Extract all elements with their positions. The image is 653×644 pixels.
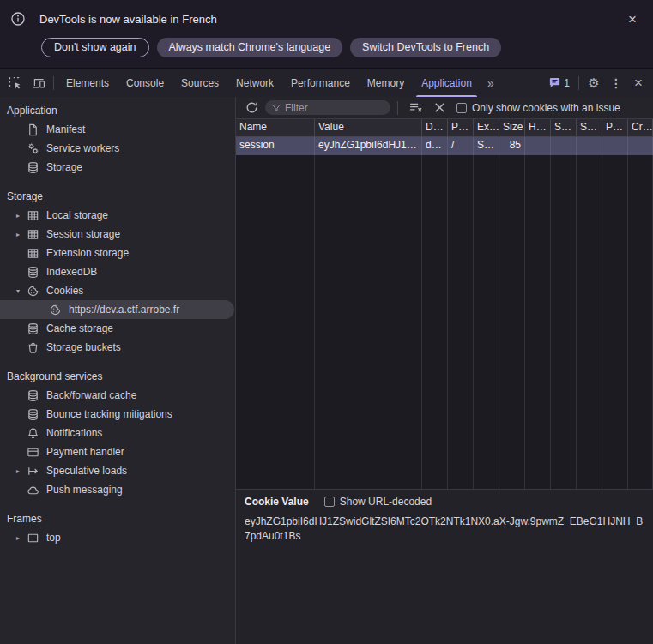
- cookie-icon: [26, 284, 39, 298]
- cell-6: [525, 137, 551, 155]
- grid-column: [236, 155, 315, 489]
- column-header-0[interactable]: Name: [236, 119, 315, 136]
- sidebar-item-bounce-tracking-mitigations[interactable]: Bounce tracking mitigations: [0, 405, 235, 424]
- url-decoded-checkbox[interactable]: [324, 497, 335, 507]
- inspect-element-icon[interactable]: [3, 72, 26, 94]
- sidebar-item-speculative-loads[interactable]: ▸Speculative loads: [0, 461, 235, 480]
- devtools-tabbar: ElementsConsoleSourcesNetworkPerformance…: [0, 69, 653, 97]
- tab-application[interactable]: Application: [413, 69, 481, 97]
- chevron-right-icon[interactable]: ▸: [12, 467, 24, 475]
- tab-memory[interactable]: Memory: [359, 69, 413, 97]
- table-row[interactable]: sessioneyJhZG1pbiI6dHJ1Z…d…/S…85: [236, 137, 653, 155]
- divider: [53, 76, 54, 90]
- clear-all-icon[interactable]: [405, 98, 426, 118]
- url-decoded-checkbox-row[interactable]: Show URL-decoded: [324, 496, 432, 508]
- column-header-2[interactable]: D…: [422, 119, 448, 136]
- chevron-right-icon[interactable]: ▸: [12, 231, 24, 238]
- table-icon: [26, 227, 39, 241]
- cell-2: d…: [422, 137, 448, 155]
- don-t-show-again-button[interactable]: Don't show again: [41, 38, 149, 57]
- cookie-icon: [48, 303, 62, 316]
- chevron-right-icon[interactable]: ▸: [12, 534, 24, 542]
- filter-input-wrap: [265, 100, 390, 115]
- cell-5: 85: [499, 137, 525, 155]
- column-header-1[interactable]: Value: [315, 119, 422, 136]
- settings-gear-icon[interactable]: ⚙: [583, 72, 605, 94]
- sidebar-item-label: https://dev.a.ctf.arrobe.fr: [69, 304, 179, 316]
- delete-selected-icon[interactable]: [429, 98, 450, 118]
- sidebar-item-label: Payment handler: [46, 446, 124, 458]
- gears-icon: [26, 141, 39, 155]
- sidebar-item-notifications[interactable]: Notifications: [0, 424, 235, 442]
- sidebar-item-indexeddb[interactable]: IndexedDB: [0, 262, 235, 281]
- column-header-4[interactable]: Ex…: [474, 119, 499, 136]
- sidebar-item-push-messaging[interactable]: Push messaging: [0, 480, 235, 499]
- sidebar-item-storage-buckets[interactable]: Storage buckets: [0, 338, 235, 357]
- sidebar-item-storage[interactable]: Storage: [0, 158, 235, 177]
- sidebar-item-cache-storage[interactable]: Cache storage: [0, 319, 235, 338]
- always-match-chrome-s-language-button[interactable]: Always match Chrome's language: [157, 38, 343, 57]
- column-header-10[interactable]: Cr…: [628, 119, 653, 136]
- french-notification-banner: DevTools is now available in French × Do…: [0, 0, 653, 69]
- issues-count: 1: [564, 77, 570, 89]
- sidebar-item-cookies[interactable]: ▾Cookies: [0, 281, 235, 300]
- table-icon: [26, 208, 39, 222]
- column-header-8[interactable]: S…: [577, 119, 602, 136]
- more-tabs-icon[interactable]: »: [481, 76, 501, 90]
- only-issues-checkbox-row[interactable]: Only show cookies with an issue: [456, 102, 620, 114]
- sidebar-item-top[interactable]: ▸top: [0, 528, 235, 547]
- cell-3: /: [448, 137, 474, 155]
- divider: [578, 76, 579, 90]
- grid-column: [525, 155, 551, 489]
- kebab-menu-icon[interactable]: ⋮: [605, 72, 627, 94]
- banner-close-icon[interactable]: ×: [622, 9, 643, 29]
- cookie-table-header: NameValueD…P…Ex…SizeH…S…S…P…Cr…: [236, 119, 653, 137]
- sidebar-item-label: Cache storage: [46, 322, 113, 334]
- tab-sources[interactable]: Sources: [172, 69, 227, 97]
- table-icon: [26, 246, 39, 260]
- tab-network[interactable]: Network: [227, 69, 282, 97]
- sidebar-item-extension-storage[interactable]: Extension storage: [0, 244, 235, 262]
- grid-column: [577, 155, 602, 489]
- sidebar-item-label: Push messaging: [46, 484, 123, 496]
- column-header-5[interactable]: Size: [499, 119, 525, 136]
- sidebar-item-service-workers[interactable]: Service workers: [0, 139, 235, 158]
- funnel-icon: [272, 104, 281, 112]
- device-toolbar-icon[interactable]: [27, 72, 50, 94]
- column-header-3[interactable]: P…: [448, 119, 474, 136]
- grid-column: [602, 155, 628, 489]
- sidebar-item-label: Extension storage: [46, 247, 129, 259]
- cookie-table-grid: [236, 155, 653, 489]
- sidebar-item-session-storage[interactable]: ▸Session storage: [0, 225, 235, 244]
- refresh-icon[interactable]: [241, 98, 262, 118]
- cookie-table-rows: sessioneyJhZG1pbiI6dHJ1Z…d…/S…85: [236, 137, 653, 155]
- sidebar-item-local-storage[interactable]: ▸Local storage: [0, 206, 235, 225]
- issues-button[interactable]: 1: [543, 76, 575, 89]
- info-icon: [10, 11, 26, 27]
- only-issues-checkbox[interactable]: [456, 103, 467, 113]
- cell-9: [602, 137, 628, 155]
- column-header-9[interactable]: P…: [602, 119, 628, 136]
- sidebar-item-manifest[interactable]: Manifest: [0, 120, 235, 139]
- column-header-6[interactable]: H…: [525, 119, 551, 136]
- devtools-close-icon[interactable]: ×: [627, 72, 650, 94]
- cell-0: session: [236, 137, 315, 155]
- chevron-down-icon[interactable]: ▾: [12, 287, 24, 295]
- tab-console[interactable]: Console: [118, 69, 172, 97]
- chevron-right-icon[interactable]: ▸: [12, 212, 24, 220]
- database-icon: [26, 322, 39, 335]
- cell-1: eyJhZG1pbiI6dHJ1Z…: [315, 137, 422, 155]
- grid-column: [628, 155, 653, 489]
- sidebar-item-payment-handler[interactable]: Payment handler: [0, 442, 235, 461]
- sidebar-item-label: Bounce tracking mitigations: [46, 408, 172, 420]
- sidebar-item-back-forward-cache[interactable]: Back/forward cache: [0, 386, 235, 405]
- sidebar-item-https-dev-a-ctf-arrobe-fr[interactable]: https://dev.a.ctf.arrobe.fr: [0, 300, 234, 319]
- column-header-7[interactable]: S…: [551, 119, 577, 136]
- maps-to-icon: [26, 464, 39, 478]
- cookies-toolbar: Only show cookies with an issue: [236, 97, 653, 119]
- switch-devtools-to-french-button[interactable]: Switch DevTools to French: [350, 38, 501, 57]
- tab-performance[interactable]: Performance: [282, 69, 359, 97]
- sidebar-item-label: Session storage: [46, 228, 120, 240]
- filter-input[interactable]: [285, 102, 384, 114]
- tab-elements[interactable]: Elements: [57, 69, 118, 97]
